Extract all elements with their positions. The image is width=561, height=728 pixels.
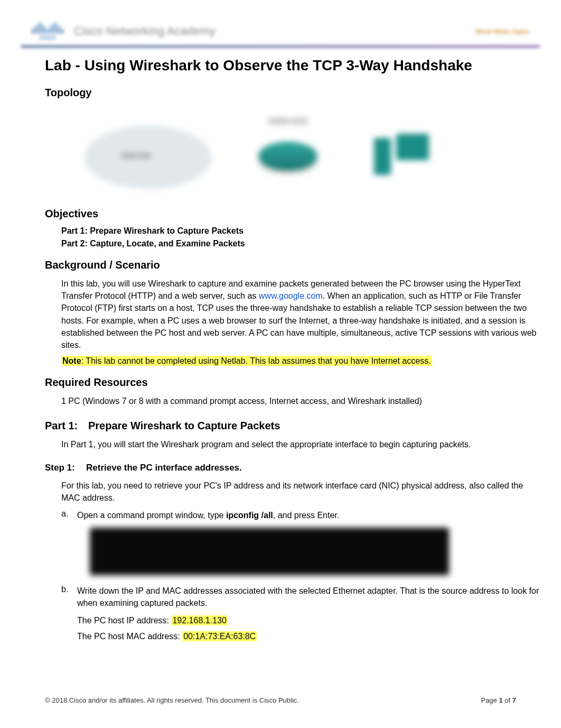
- resources-heading: Required Resources: [45, 376, 540, 389]
- list-marker-b: b.: [61, 585, 77, 646]
- objectives-heading: Objectives: [45, 208, 540, 220]
- page-current: 1: [499, 696, 502, 704]
- ip-label: The PC host IP address:: [77, 616, 171, 625]
- background-heading: Background / Scenario: [45, 259, 540, 271]
- cloud-label: Internet: [121, 151, 151, 160]
- part1-num: Part 1:: [45, 420, 88, 432]
- mac-line: The PC host MAC address: 00:1A:73:EA:63:…: [77, 630, 540, 642]
- step1-item-a: a. Open a command prompt window, type ip…: [61, 509, 540, 521]
- topology-diagram: Internet S0/0/0 DCE: [85, 107, 444, 197]
- a-pre: Open a command prompt window, type: [77, 511, 226, 520]
- step1-b-content: Write down the IP and MAC addresses asso…: [77, 585, 540, 646]
- tagline: Mind Wide Open: [475, 27, 529, 35]
- step1-item-b: b. Write down the IP and MAC addresses a…: [61, 585, 540, 646]
- topology-heading: Topology: [45, 87, 540, 99]
- page-label: Page: [481, 696, 499, 704]
- step1-heading: Step 1:Retrieve the PC interface address…: [45, 463, 540, 473]
- logo-text: cisco: [40, 34, 56, 41]
- cisco-logo: cisco: [32, 21, 63, 41]
- part1-heading: Part 1:Prepare Wireshark to Capture Pack…: [45, 420, 540, 432]
- step1-a-content: Open a command prompt window, type ipcon…: [77, 509, 540, 521]
- a-post: , and press Enter.: [273, 511, 339, 520]
- step1-title: Retrieve the PC interface addresses.: [86, 463, 242, 473]
- ip-line: The PC host IP address: 192.168.1.130: [77, 614, 540, 626]
- list-marker-a: a.: [61, 509, 77, 521]
- b-text: Write down the IP and MAC addresses asso…: [77, 586, 539, 607]
- step1-num: Step 1:: [45, 463, 86, 473]
- resource-item: 1 PC (Windows 7 or 8 with a command prom…: [61, 395, 540, 407]
- academy-text: Cisco Networking Academy: [74, 24, 216, 38]
- cmd-screenshot: [90, 528, 449, 575]
- part1-title: Prepare Wireshark to Capture Packets: [88, 420, 280, 431]
- copyright-text: © 2018 Cisco and/or its affiliates. All …: [45, 696, 299, 704]
- logo-area: cisco Cisco Networking Academy: [32, 21, 216, 41]
- page-total: 7: [512, 696, 516, 704]
- note-text: : This lab cannot be completed using Net…: [81, 356, 431, 365]
- page-title: Lab - Using Wireshark to Observe the TCP…: [45, 57, 540, 74]
- router-label: S0/0/0 DCE: [264, 117, 312, 125]
- page-of: of: [503, 696, 512, 704]
- objective-item: Part 1: Prepare Wireshark to Capture Pac…: [61, 226, 540, 236]
- a-cmd: ipconfig /all: [226, 511, 273, 520]
- page-footer: © 2018 Cisco and/or its affiliates. All …: [45, 696, 516, 704]
- objective-item: Part 2: Capture, Locate, and Examine Pac…: [61, 239, 540, 248]
- background-paragraph: In this lab, you will use Wireshark to c…: [61, 278, 540, 351]
- mac-label: The PC host MAC address:: [77, 632, 182, 641]
- ip-value: 192.168.1.130: [171, 615, 227, 625]
- mac-value: 00:1A:73:EA:63:8C: [182, 631, 257, 641]
- part1-desc: In Part 1, you will start the Wireshark …: [61, 438, 540, 450]
- page-indicator: Page 1 of 7: [481, 696, 516, 704]
- note-label: Note: [62, 356, 81, 365]
- google-link[interactable]: www.google.com: [259, 291, 323, 300]
- note-block: Note: This lab cannot be completed using…: [61, 356, 540, 366]
- header-banner: cisco Cisco Networking Academy Mind Wide…: [21, 16, 540, 48]
- step1-desc: For this lab, you need to retrieve your …: [61, 480, 540, 504]
